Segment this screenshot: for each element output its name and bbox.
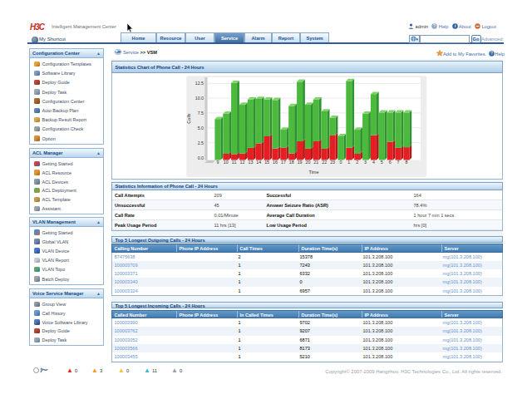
svg-text:7.5: 7.5 [197, 110, 203, 115]
svg-text:10.0: 10.0 [195, 96, 203, 101]
svg-text:8: 8 [405, 160, 407, 165]
svg-text:?: ? [433, 23, 436, 28]
svg-text:14: 14 [256, 160, 261, 165]
svg-text:0: 0 [339, 160, 342, 165]
svg-text:1: 1 [347, 160, 350, 165]
svg-text:20: 20 [305, 160, 310, 165]
svg-text:18: 18 [288, 160, 293, 165]
svg-text:5.0: 5.0 [197, 125, 203, 130]
svg-text:10: 10 [223, 160, 228, 165]
svg-text:7: 7 [397, 160, 399, 165]
svg-text:?: ? [490, 51, 493, 56]
svg-text:Calls: Calls [186, 113, 191, 123]
svg-text:16: 16 [273, 160, 278, 165]
svg-text:15: 15 [264, 160, 269, 165]
svg-text:11: 11 [231, 160, 236, 165]
svg-text:2.5: 2.5 [197, 140, 203, 145]
svg-text:2: 2 [356, 160, 358, 165]
svg-text:22: 22 [322, 160, 327, 165]
svg-text:13: 13 [248, 160, 253, 165]
svg-text:17: 17 [280, 160, 285, 165]
svg-text:4: 4 [372, 160, 374, 165]
svg-text:23: 23 [330, 160, 335, 165]
svg-text:9: 9 [216, 160, 219, 165]
svg-text:Time: Time [308, 169, 318, 174]
svg-text:5: 5 [380, 160, 382, 165]
svg-text:6: 6 [388, 160, 391, 165]
svg-text:12: 12 [239, 160, 244, 165]
svg-text:3: 3 [364, 160, 367, 165]
svg-text:0.0: 0.0 [197, 155, 203, 160]
svg-text:19: 19 [297, 160, 302, 165]
svg-text:21: 21 [313, 160, 318, 165]
svg-text:12.5: 12.5 [195, 81, 203, 86]
